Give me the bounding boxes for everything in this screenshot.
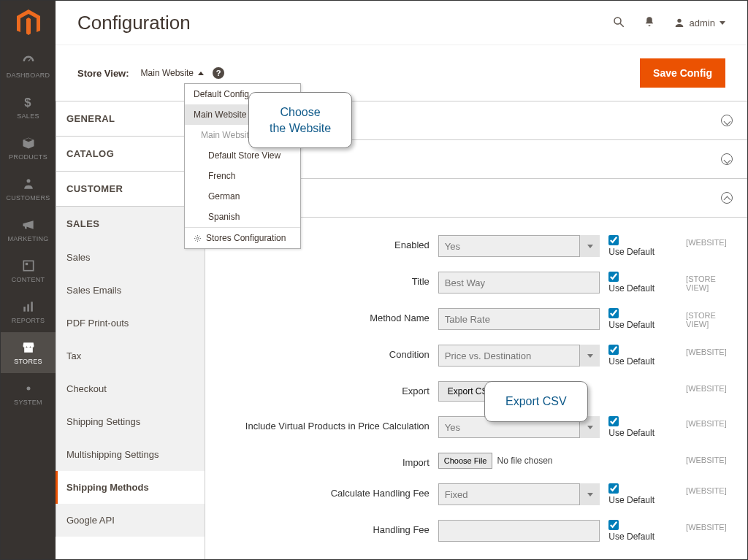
- store-option[interactable]: French: [185, 166, 300, 186]
- stores-configuration-link[interactable]: Stores Configuration: [185, 227, 300, 248]
- tab-group-general[interactable]: GENERAL: [56, 101, 205, 137]
- svg-rect-2: [23, 261, 33, 270]
- header-actions: admin: [612, 15, 725, 31]
- svg-point-11: [196, 237, 199, 239]
- store-option[interactable]: Spanish: [185, 207, 300, 227]
- toolbar: Store View: Main Website ? Save Config D…: [56, 45, 747, 101]
- nav-products[interactable]: PRODUCTS: [1, 128, 56, 169]
- input-method[interactable]: [438, 308, 600, 330]
- svg-rect-6: [31, 302, 33, 311]
- use-default-checkbox[interactable]: [608, 308, 619, 318]
- expand-icon: [721, 192, 733, 204]
- svg-rect-5: [27, 304, 29, 312]
- label-method: Method Name: [205, 308, 430, 323]
- nav-label: CUSTOMERS: [6, 194, 50, 202]
- callout-line: the Website: [270, 122, 331, 134]
- help-icon[interactable]: ?: [213, 67, 224, 79]
- label-condition: Condition: [205, 345, 430, 360]
- label-calc-fee: Calculate Handling Fee: [205, 483, 430, 499]
- use-default-label: Use Default: [608, 283, 677, 294]
- svg-rect-4: [23, 307, 25, 312]
- scope-label: [STORE VIEW]: [686, 272, 733, 292]
- store-view-label: Store View:: [77, 68, 129, 79]
- nav-label: SALES: [17, 112, 39, 120]
- file-chosen-text: No file chosen: [497, 456, 552, 466]
- page-header: Configuration admin: [56, 1, 747, 45]
- scope-label: [WEBSITE]: [686, 520, 733, 532]
- select-calc-fee[interactable]: [438, 483, 600, 505]
- tab-label: CUSTOMER: [66, 183, 123, 194]
- use-default-checkbox[interactable]: [608, 483, 619, 494]
- nav-dashboard[interactable]: DASHBOARD: [1, 46, 56, 87]
- tab-sub-multishipping[interactable]: Multishipping Settings: [56, 438, 205, 471]
- store-option[interactable]: Default Store View: [185, 145, 300, 166]
- scope-label: [WEBSITE]: [686, 483, 733, 495]
- row-virtual: Include Virtual Products in Price Calcul…: [205, 409, 747, 445]
- admin-user-menu[interactable]: admin: [673, 17, 725, 28]
- tab-group-catalog[interactable]: CATALOG: [56, 136, 205, 172]
- svg-line-9: [620, 23, 624, 27]
- tab-group-sales[interactable]: SALES: [56, 206, 205, 242]
- tab-sub-shipping-methods[interactable]: Shipping Methods: [56, 471, 205, 504]
- nav-sales[interactable]: $ SALES: [1, 87, 56, 128]
- tab-sub-sales[interactable]: Sales: [56, 241, 205, 274]
- page-title: Configuration: [77, 12, 191, 34]
- use-default-checkbox[interactable]: [608, 520, 619, 530]
- caret-up-icon: [198, 72, 204, 75]
- row-method: Method Name Use Default [STORE VIEW]: [205, 301, 747, 337]
- admin-sidebar: DASHBOARD $ SALES PRODUCTS CUSTOMERS MAR…: [1, 1, 56, 559]
- row-import: Import Choose File No file chosen [WEBSI…: [205, 445, 747, 476]
- tab-sub-sales-emails[interactable]: Sales Emails: [56, 274, 205, 307]
- use-default-checkbox[interactable]: [608, 235, 619, 245]
- tab-sub-pdf[interactable]: PDF Print-outs: [56, 307, 205, 340]
- nav-marketing[interactable]: MARKETING: [1, 210, 56, 250]
- scope-label: [WEBSITE]: [686, 416, 733, 428]
- tab-sub-checkout[interactable]: Checkout: [56, 372, 205, 405]
- notifications-icon[interactable]: [643, 15, 656, 31]
- admin-username: admin: [690, 18, 715, 28]
- label-import: Import: [205, 453, 430, 468]
- user-icon: [673, 17, 685, 28]
- nav-reports[interactable]: REPORTS: [1, 291, 56, 332]
- nav-content[interactable]: CONTENT: [1, 250, 56, 291]
- tab-sub-tax[interactable]: Tax: [56, 340, 205, 372]
- store-view-current: Main Website: [141, 68, 194, 78]
- use-default-label: Use Default: [608, 356, 677, 367]
- row-title: Title Use Default [STORE VIEW]: [205, 264, 747, 301]
- magento-logo[interactable]: [1, 1, 56, 46]
- nav-label: DASHBOARD: [7, 72, 50, 79]
- choose-file-button[interactable]: Choose File: [438, 453, 493, 469]
- tab-sub-shipping-settings[interactable]: Shipping Settings: [56, 405, 205, 438]
- nav-stores[interactable]: STORES: [1, 332, 56, 373]
- tab-label: GENERAL: [66, 113, 115, 124]
- store-option[interactable]: German: [185, 186, 300, 207]
- callout-export-csv: Export CSV: [484, 381, 588, 422]
- scope-label: [WEBSITE]: [686, 453, 733, 464]
- select-condition[interactable]: [438, 345, 600, 367]
- tab-sub-google-api[interactable]: Google API: [56, 504, 205, 537]
- input-title[interactable]: [438, 272, 600, 294]
- tab-group-customer[interactable]: CUSTOMER: [56, 171, 205, 207]
- callout-line: Choose: [280, 106, 321, 118]
- save-config-button[interactable]: Save Config: [640, 58, 725, 88]
- scope-label: [WEBSITE]: [686, 381, 733, 393]
- use-default-checkbox[interactable]: [608, 345, 619, 355]
- use-default-checkbox[interactable]: [608, 272, 619, 282]
- caret-down-icon: [579, 345, 600, 367]
- row-handling: Handling Fee Use Default [WEBSITE]: [205, 513, 747, 549]
- search-icon[interactable]: [612, 15, 625, 31]
- label-title: Title: [205, 272, 430, 287]
- select-enabled[interactable]: [438, 235, 600, 257]
- nav-system[interactable]: SYSTEM: [1, 373, 56, 414]
- svg-point-7: [26, 387, 30, 391]
- nav-customers[interactable]: CUSTOMERS: [1, 169, 56, 210]
- nav-label: REPORTS: [12, 317, 45, 324]
- input-handling[interactable]: [438, 520, 600, 542]
- label-export: Export: [205, 381, 430, 396]
- store-view-switcher[interactable]: Main Website: [141, 68, 204, 78]
- use-default-checkbox[interactable]: [608, 416, 619, 426]
- tab-label: CATALOG: [66, 148, 114, 159]
- row-export: Export Export CSV [WEBSITE]: [205, 374, 747, 409]
- caret-down-icon: [720, 21, 725, 25]
- stores-config-label: Stores Configuration: [206, 233, 286, 243]
